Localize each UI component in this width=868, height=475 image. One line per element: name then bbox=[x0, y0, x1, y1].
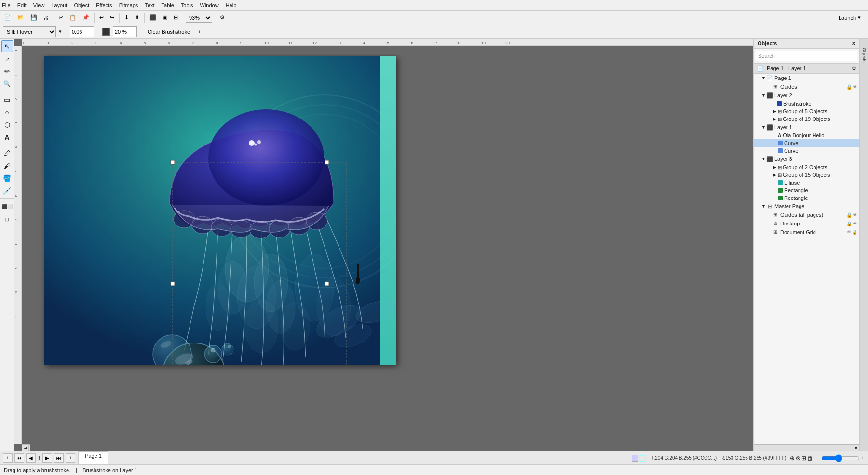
objects-panel-vscroll[interactable]: ▼ bbox=[754, 444, 859, 451]
eye-icon[interactable]: 👁 bbox=[853, 221, 857, 226]
prev-first-button[interactable]: ⏮ bbox=[14, 453, 24, 463]
chevron-brush-icon[interactable]: ▾ bbox=[59, 28, 62, 35]
eyedropper-tool[interactable]: 💉 bbox=[1, 185, 13, 197]
clear-brushstroke-button[interactable]: Clear Brushstroke bbox=[145, 27, 192, 36]
tree-guidesall[interactable]: ⊞ Guides (all pages) 🔒 👁 bbox=[754, 211, 859, 219]
subselect-tool[interactable]: ↗ bbox=[1, 53, 13, 65]
prev-button[interactable]: ◀ bbox=[26, 453, 36, 463]
transparency-tool[interactable]: ◫ bbox=[1, 213, 13, 225]
view-page-button[interactable]: ▣ bbox=[160, 13, 170, 22]
page1-tab[interactable]: Page 1 bbox=[79, 451, 108, 464]
zoom-slider[interactable] bbox=[821, 456, 860, 460]
tree-ola[interactable]: A Ola Bonjour Hello bbox=[754, 132, 859, 139]
expand-arrow[interactable]: ▶ bbox=[773, 117, 778, 121]
snap-button[interactable]: ⊕ bbox=[790, 455, 795, 462]
view-grid-button[interactable]: ⊞ bbox=[171, 13, 180, 22]
tree-layer2[interactable]: ▼ ⬛ Layer 2 bbox=[754, 91, 859, 100]
paint-tool[interactable]: 🪣 bbox=[1, 172, 13, 184]
view-fit-button[interactable]: ⬛ bbox=[147, 13, 159, 22]
zoom-tool[interactable]: 🔍 bbox=[1, 78, 13, 90]
cut-button[interactable]: ✂ bbox=[56, 13, 66, 22]
tree-brushstroke[interactable]: Brushstroke bbox=[754, 100, 859, 107]
delete-button[interactable]: 🗑 bbox=[807, 455, 813, 462]
menu-tools[interactable]: Tools bbox=[181, 2, 193, 8]
expand-arrow[interactable]: ▼ bbox=[761, 93, 766, 98]
tree-group2[interactable]: ▶ ⊞ Group of 2 Objects bbox=[754, 163, 859, 171]
expand-arrow[interactable]: ▶ bbox=[773, 172, 778, 177]
blend-tool[interactable]: ⬛⬜ bbox=[1, 201, 13, 212]
expand-arrow[interactable]: ▼ bbox=[761, 157, 766, 161]
settings-icon[interactable]: ⚙ bbox=[852, 66, 856, 72]
tree-group19[interactable]: ▶ ⊞ Group of 19 Objects bbox=[754, 115, 859, 123]
outline-color-swatch[interactable] bbox=[639, 455, 646, 462]
menu-edit[interactable]: Edit bbox=[17, 2, 27, 8]
tree-group15[interactable]: ▶ ⊞ Group of 15 Objects bbox=[754, 171, 859, 179]
tree-rect1[interactable]: Rectangle bbox=[754, 186, 859, 194]
tree-group5[interactable]: ▶ ⊞ Group of 5 Objects bbox=[754, 107, 859, 115]
open-button[interactable]: 📂 bbox=[15, 13, 27, 22]
freehand-tool[interactable]: ✏ bbox=[1, 66, 13, 77]
tree-curve2[interactable]: Curve bbox=[754, 147, 859, 155]
menu-help[interactable]: Help bbox=[226, 2, 237, 8]
next-button[interactable]: ▶ bbox=[42, 453, 52, 463]
print-button[interactable]: 🖨 bbox=[41, 13, 51, 22]
canvas-viewport[interactable]: ▼ bbox=[30, 54, 753, 451]
export-button[interactable]: ⬆ bbox=[133, 13, 142, 22]
copy-button[interactable]: 📋 bbox=[67, 13, 79, 22]
expand-arrow[interactable]: ▼ bbox=[761, 125, 766, 130]
new-button[interactable]: 📄 bbox=[2, 13, 14, 22]
zoom-in-button[interactable]: + bbox=[861, 455, 864, 461]
zoom-select[interactable]: 93% 100% 75% 50% bbox=[186, 13, 212, 23]
add-page-button[interactable]: + bbox=[3, 453, 13, 463]
pen-tool[interactable]: 🖊 bbox=[1, 147, 13, 159]
menu-text[interactable]: Text bbox=[145, 2, 154, 8]
settings-button[interactable]: ⚙ bbox=[217, 13, 227, 22]
menu-effects[interactable]: Effects bbox=[96, 2, 112, 8]
scroll-down-btn[interactable]: ▼ bbox=[854, 446, 858, 450]
ellipse-tool[interactable]: ○ bbox=[1, 106, 13, 118]
grid-eye-icon[interactable]: 👁 bbox=[847, 230, 851, 235]
tree-layer1[interactable]: ▼ ⬛ Layer 1 bbox=[754, 123, 859, 132]
tree-rect2[interactable]: Rectangle bbox=[754, 194, 859, 202]
brush-size-input[interactable] bbox=[70, 26, 94, 37]
tree-docgrid[interactable]: ⊞ Document Grid 👁 🔒 bbox=[754, 228, 859, 237]
tree-guides[interactable]: ⊞ Guides 🔒 👁 bbox=[754, 82, 859, 91]
rectangle-tool[interactable]: ▭ bbox=[1, 94, 13, 106]
text-tool[interactable]: A bbox=[1, 132, 13, 143]
brush-tool[interactable]: 🖌 bbox=[1, 160, 13, 172]
objects-tab[interactable]: Objects bbox=[861, 40, 868, 69]
tree-page1[interactable]: ▼ 📄 Page 1 bbox=[754, 74, 859, 82]
tree-ellipse[interactable]: Ellipse bbox=[754, 179, 859, 186]
menu-table[interactable]: Table bbox=[162, 2, 174, 8]
polygon-tool[interactable]: ⬡ bbox=[1, 119, 13, 131]
tree-curve1[interactable]: Curve bbox=[754, 139, 859, 147]
objects-search-input[interactable] bbox=[756, 51, 857, 61]
menu-object[interactable]: Object bbox=[74, 2, 89, 8]
redo-button[interactable]: ↪ bbox=[108, 13, 117, 22]
close-panel-button[interactable]: ✕ bbox=[852, 41, 855, 46]
tree-masterpage[interactable]: ▼ ⊟ Master Page bbox=[754, 202, 859, 211]
menu-view[interactable]: View bbox=[33, 2, 45, 8]
menu-file[interactable]: File bbox=[2, 2, 11, 8]
launch-button[interactable]: Launch ▾ bbox=[833, 13, 866, 22]
expand-arrow[interactable]: ▼ bbox=[761, 76, 766, 80]
canvas-area[interactable]: 0 1 2 3 4 5 6 7 8 9 10 11 12 13 14 15 16 bbox=[14, 39, 753, 451]
hscroll-left-button[interactable]: ◄ bbox=[22, 445, 29, 451]
tree-layer3[interactable]: ▼ ⬛ Layer 3 bbox=[754, 155, 859, 163]
brush-opacity-input[interactable] bbox=[113, 26, 137, 37]
menu-window[interactable]: Window bbox=[200, 2, 219, 8]
next-last-button[interactable]: ⏭ bbox=[54, 453, 64, 463]
expand-arrow[interactable]: ▼ bbox=[761, 204, 766, 209]
brush-name-select[interactable]: Silk Flower bbox=[3, 26, 56, 37]
menu-layout[interactable]: Layout bbox=[51, 2, 67, 8]
grid-lock-icon[interactable]: 🔒 bbox=[852, 230, 857, 235]
snap2-button[interactable]: ⊗ bbox=[796, 455, 800, 462]
expand-arrow[interactable]: ▶ bbox=[773, 165, 778, 170]
undo-button[interactable]: ↩ bbox=[97, 13, 106, 22]
eye-icon[interactable]: 👁 bbox=[853, 212, 857, 217]
zoom-out-button[interactable]: − bbox=[817, 455, 820, 461]
snap3-button[interactable]: ⊞ bbox=[801, 455, 806, 462]
save-button[interactable]: 💾 bbox=[28, 13, 40, 22]
tree-desktop[interactable]: 🖥 Desktop 🔒 👁 bbox=[754, 219, 859, 228]
add-page-end-button[interactable]: + bbox=[66, 453, 75, 463]
